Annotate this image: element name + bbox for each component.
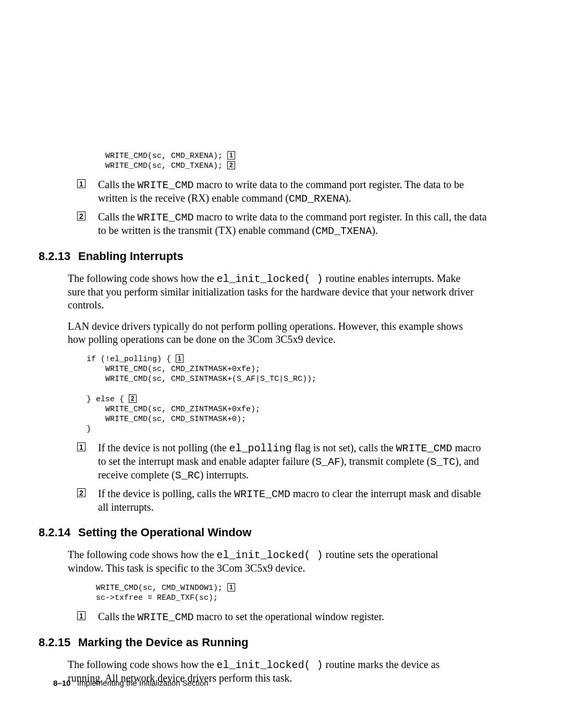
callout-1-icon: 1	[77, 611, 85, 620]
section-title: Setting the Operational Window	[78, 526, 251, 539]
code-line: WRITE_CMD(sc, CMD_WINDOW1);	[87, 584, 227, 593]
code-block-window: WRITE_CMD(sc, CMD_WINDOW1); 1 sc->txfree…	[87, 583, 490, 603]
section-heading-8-2-15: 8.2.15Marking the Device as Running	[39, 635, 490, 650]
annotation-text: Calls the WRITE_CMD macro to write data …	[98, 211, 487, 236]
page-number: 8–10	[53, 678, 70, 687]
code-line: WRITE_CMD(sc, CMD_ZINTMASK+0xfe);	[87, 405, 260, 414]
section-title: Enabling Interrupts	[78, 250, 183, 263]
annotation-item: 1 Calls the WRITE_CMD macro to set the o…	[68, 610, 490, 624]
code-line: WRITE_CMD(sc, CMD_SINTMASK+(S_AF|S_TC|S_…	[87, 375, 316, 384]
callout-2-icon: 2	[227, 161, 235, 169]
section-number: 8.2.13	[39, 249, 78, 264]
chapter-title: Implementing the Initialization Section	[77, 678, 209, 687]
code-line: } else {	[87, 395, 129, 404]
section-number: 8.2.14	[39, 525, 78, 540]
page-footer: 8–10 Implementing the Initialization Sec…	[53, 678, 209, 688]
paragraph: The following code shows how the el_init…	[68, 272, 474, 312]
annotation-list: 1 Calls the WRITE_CMD macro to write dat…	[68, 178, 490, 238]
callout-2-icon: 2	[77, 488, 85, 497]
code-line: WRITE_CMD(sc, CMD_TXENA);	[87, 162, 227, 170]
annotation-text: If the device is polling, calls the WRIT…	[98, 488, 481, 513]
callout-2-icon: 2	[77, 212, 85, 220]
annotation-item: 2 Calls the WRITE_CMD macro to write dat…	[68, 211, 490, 238]
code-line: sc->txfree = READ_TXF(sc);	[87, 594, 218, 602]
callout-1-icon: 1	[176, 354, 183, 363]
section-heading-8-2-13: 8.2.13Enabling Interrupts	[39, 249, 490, 264]
callout-1-icon: 1	[227, 151, 235, 159]
paragraph: LAN device drivers typically do not perf…	[68, 320, 474, 346]
code-line: WRITE_CMD(sc, CMD_SINTMASK+0);	[87, 415, 246, 424]
section-number: 8.2.15	[39, 635, 78, 650]
paragraph: The following code shows how the el_init…	[68, 548, 474, 575]
code-block-polling: if (!el_polling) { 1 WRITE_CMD(sc, CMD_Z…	[87, 354, 490, 435]
annotation-item: 1 If the device is not polling (the el_p…	[68, 441, 490, 482]
section-title: Marking the Device as Running	[78, 636, 248, 649]
page: WRITE_CMD(sc, CMD_RXENA); 1 WRITE_CMD(sc…	[0, 0, 563, 728]
annotation-text: Calls the WRITE_CMD macro to set the ope…	[98, 611, 384, 622]
content-area: WRITE_CMD(sc, CMD_RXENA); 1 WRITE_CMD(sc…	[68, 151, 490, 693]
annotation-text: If the device is not polling (the el_pol…	[98, 442, 481, 480]
callout-2-icon: 2	[129, 394, 137, 403]
callout-1-icon: 1	[77, 179, 85, 188]
annotation-list: 1 Calls the WRITE_CMD macro to set the o…	[68, 610, 490, 624]
annotation-item: 1 Calls the WRITE_CMD macro to write dat…	[68, 178, 490, 205]
code-line: WRITE_CMD(sc, CMD_ZINTMASK+0xfe);	[87, 365, 260, 374]
code-line: WRITE_CMD(sc, CMD_RXENA);	[87, 152, 227, 161]
code-block-rx-tx-enable: WRITE_CMD(sc, CMD_RXENA); 1 WRITE_CMD(sc…	[87, 151, 490, 171]
section-heading-8-2-14: 8.2.14Setting the Operational Window	[39, 525, 490, 540]
callout-1-icon: 1	[77, 442, 85, 451]
annotation-item: 2 If the device is polling, calls the WR…	[68, 487, 490, 514]
annotation-list: 1 If the device is not polling (the el_p…	[68, 441, 490, 514]
code-line: }	[87, 425, 91, 434]
callout-1-icon: 1	[227, 583, 235, 591]
code-line: if (!el_polling) {	[87, 355, 176, 364]
annotation-text: Calls the WRITE_CMD macro to write data …	[98, 179, 464, 204]
